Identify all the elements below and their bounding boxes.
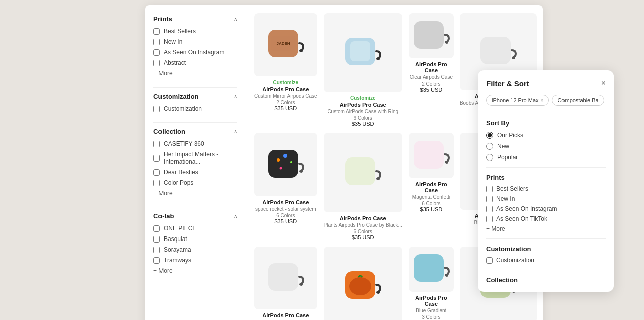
product-image — [324, 13, 403, 92]
product-title: AirPods Pro Case — [340, 215, 386, 221]
basquiat-checkbox[interactable] — [153, 236, 160, 243]
filter-item[interactable]: Customization — [153, 105, 237, 112]
product-title: AirPods Pro Case — [262, 312, 309, 318]
filter-item[interactable]: Her Impact Matters - Internationa... — [153, 151, 237, 165]
prints-more-link[interactable]: + More — [153, 70, 237, 77]
casetify-checkbox[interactable] — [153, 141, 160, 147]
product-card[interactable]: Customize AirPods Pro Case Custom AirPod… — [324, 13, 403, 127]
sort-new-radio[interactable] — [486, 143, 493, 150]
product-image — [254, 247, 317, 310]
close-button[interactable]: × — [601, 78, 606, 88]
filter-item[interactable]: Abstract — [153, 59, 237, 66]
her-impact-label: Her Impact Matters - Internationa... — [164, 151, 237, 165]
filter-item[interactable]: ONE PIECE — [153, 225, 237, 232]
divider-3 — [153, 207, 237, 207]
new-in-label: New In — [164, 38, 182, 45]
svg-point-6 — [377, 57, 380, 60]
tramways-checkbox[interactable] — [153, 257, 160, 264]
dear-besties-checkbox[interactable] — [153, 169, 160, 176]
basquiat-label: Basquiat — [164, 235, 187, 243]
color-pops-checkbox[interactable] — [153, 180, 160, 186]
product-card[interactable]: JADEN Customize AirPods Pro Case Custom … — [254, 13, 317, 127]
svg-point-8 — [445, 41, 448, 44]
panel-filter-item[interactable]: Customization — [486, 257, 606, 264]
panel-prints-more[interactable]: + More — [486, 225, 606, 232]
filter-item[interactable]: Dear Besties — [153, 169, 237, 176]
product-colors: 6 Colors — [354, 229, 372, 234]
panel-customization-checkbox[interactable] — [486, 257, 493, 264]
best-sellers-checkbox[interactable] — [153, 28, 160, 35]
prints-title: Prints — [153, 15, 172, 23]
panel-instagram-checkbox[interactable] — [486, 206, 493, 212]
svg-rect-7 — [414, 21, 444, 49]
svg-point-16 — [300, 170, 303, 173]
active-filters: iPhone 12 Pro Max × Compostable Ba — [486, 95, 606, 106]
filter-section-collection-header[interactable]: Collection ∧ — [153, 128, 237, 135]
panel-filter-item[interactable]: New In — [486, 195, 606, 202]
product-image: JADEN — [254, 13, 317, 76]
svg-point-18 — [377, 177, 380, 180]
abstract-checkbox[interactable] — [153, 60, 160, 66]
filter-tag-iphone-remove[interactable]: × — [541, 98, 544, 103]
svg-point-3 — [300, 49, 303, 52]
panel-filter-item[interactable]: Best Sellers — [486, 185, 606, 192]
product-price: $35 USD — [274, 218, 297, 224]
panel-filter-item[interactable]: As Seen On Instagram — [486, 205, 606, 212]
filter-item[interactable]: Color Pops — [153, 179, 237, 186]
divider-2 — [153, 122, 237, 123]
panel-new-in-checkbox[interactable] — [486, 196, 493, 202]
product-colors: 6 Colors — [354, 115, 372, 121]
product-card[interactable]: AirPods Pro Case Pumpkin 2 Colors $35 US… — [324, 247, 403, 320]
filter-item[interactable]: Tramways — [153, 257, 237, 264]
onepiece-checkbox[interactable] — [153, 225, 160, 232]
panel-best-sellers-label: Best Sellers — [496, 185, 528, 192]
panel-tiktok-checkbox[interactable] — [486, 216, 493, 222]
customize-label: Customize — [350, 95, 376, 101]
product-card[interactable]: AirPods Pro Case Plants Airpods Pro Case… — [324, 133, 403, 240]
onepiece-label: ONE PIECE — [164, 225, 196, 232]
filter-item[interactable]: New In — [153, 38, 237, 45]
sort-new[interactable]: New — [486, 143, 606, 150]
filter-tag-compostable: Compostable Ba — [552, 95, 604, 106]
customization-checkbox[interactable] — [153, 106, 160, 112]
panel-filter-item[interactable]: As Seen On TikTok — [486, 215, 606, 222]
product-card[interactable]: AirPods Pro Case Clear Airpods Case 2 Co… — [409, 13, 454, 127]
colab-more-link[interactable]: + More — [153, 267, 237, 274]
product-card[interactable]: AirPods Pro Case Magenta Confetti 6 Colo… — [409, 133, 454, 240]
sort-our-picks[interactable]: Our Picks — [486, 132, 606, 139]
svg-rect-17 — [345, 157, 375, 185]
instagram-checkbox[interactable] — [153, 49, 160, 56]
filter-tag-compostable-label: Compostable Ba — [557, 97, 598, 103]
product-card[interactable]: AirPods Pro Case Crown 2 Colors $35 USD — [254, 247, 317, 320]
sort-our-picks-radio[interactable] — [486, 132, 493, 139]
her-impact-checkbox[interactable] — [153, 155, 160, 162]
panel-best-sellers-checkbox[interactable] — [486, 186, 493, 192]
filter-section-customization-header[interactable]: Customization ∧ — [153, 93, 237, 100]
panel-customization-label: Customization — [496, 257, 534, 264]
svg-rect-11 — [268, 150, 298, 178]
product-title: AirPods Pro Case — [262, 86, 309, 92]
sort-by-section: Sort By Our Picks New Popular — [486, 119, 606, 161]
filter-item[interactable]: Sorayama — [153, 246, 237, 253]
sorayama-checkbox[interactable] — [153, 247, 160, 253]
filter-item[interactable]: Basquiat — [153, 235, 237, 243]
product-colors: 6 Colors — [422, 201, 440, 206]
collection-more-link[interactable]: + More — [153, 190, 237, 197]
panel-divider-4 — [486, 270, 606, 270]
filter-section-colab-header[interactable]: Co-lab ∧ — [153, 212, 237, 220]
filter-item[interactable]: CASETiFY 360 — [153, 140, 237, 147]
product-card[interactable]: AirPods Pro Case Blue Gradient 3 Colors … — [409, 247, 454, 320]
sort-popular-radio[interactable] — [486, 154, 493, 161]
sort-popular[interactable]: Popular — [486, 154, 606, 161]
product-card[interactable]: AirPods Pro Case space rocket - solar sy… — [254, 133, 317, 240]
filter-item[interactable]: As Seen On Instagram — [153, 49, 237, 56]
filter-section-prints-header[interactable]: Prints ∧ — [153, 15, 237, 23]
customize-label: Customize — [273, 79, 299, 85]
filter-item[interactable]: Best Sellers — [153, 28, 237, 35]
product-image — [409, 133, 454, 178]
new-in-checkbox[interactable] — [153, 39, 160, 45]
instagram-label: As Seen On Instagram — [164, 49, 224, 56]
panel-prints-title: Prints — [486, 174, 606, 181]
customization-chevron: ∧ — [234, 94, 237, 99]
product-price: $35 USD — [420, 206, 443, 212]
